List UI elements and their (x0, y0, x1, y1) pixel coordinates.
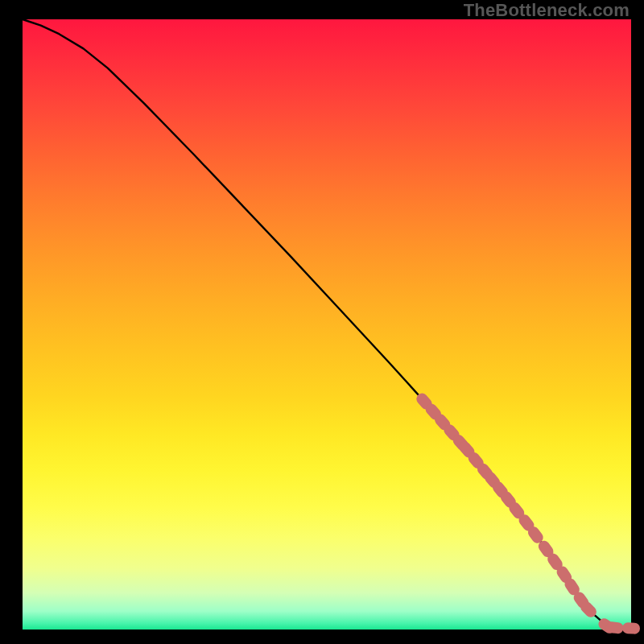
watermark-text: TheBottleneck.com (464, 0, 630, 21)
plot-background (23, 19, 631, 630)
chart-container: TheBottleneck.com (0, 0, 644, 644)
